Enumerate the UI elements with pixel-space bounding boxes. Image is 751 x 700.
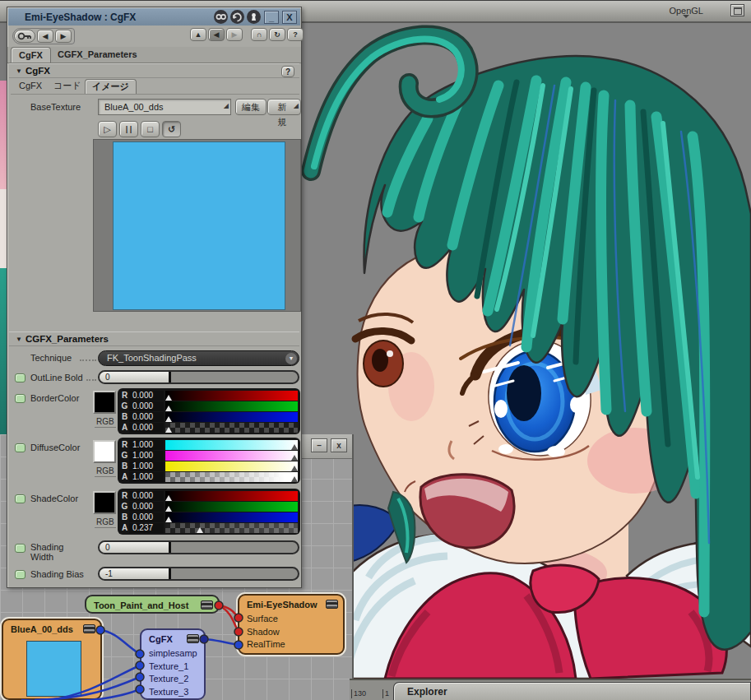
refresh-icon[interactable]: ↻ [269,28,285,41]
property-editor-toolbar: ◀ ▶ ▲ ◀ ▶ ∩ ↻ ? [7,25,301,47]
port-texture-1[interactable]: Texture_1 [141,661,204,674]
b-gradient-slider[interactable] [165,461,298,471]
a-gradient-slider[interactable] [165,472,298,482]
a-gradient-slider[interactable] [165,523,298,533]
r-gradient-slider[interactable] [165,440,298,450]
value-b[interactable]: 0.000 [129,412,164,422]
diffusecolor-label: DiffuseColor [30,443,80,452]
port-simplesamp[interactable]: simplesamp [141,647,204,661]
lock-key-button[interactable] [14,30,35,43]
stop-button[interactable]: □ [141,121,160,137]
technique-select[interactable]: FK_ToonShadingPass ▼ [98,350,299,366]
pause-button[interactable]: | | [119,121,138,137]
value-g[interactable]: 0.000 [129,502,164,512]
outline-bold-checkbox[interactable] [15,373,25,382]
g-gradient-slider[interactable] [165,451,298,461]
value-a[interactable]: 0.237 [129,523,164,533]
minimize-button[interactable]: _ [264,11,279,24]
subtab-cgfx[interactable]: CgFX [12,79,49,94]
g-gradient-slider[interactable] [165,502,298,512]
value-g[interactable]: 0.000 [129,401,164,411]
shading-width-checkbox[interactable] [15,544,25,553]
renderer-menu[interactable]: OpenGL [669,6,703,18]
section-help-button[interactable]: ? [281,66,294,77]
subtab-code[interactable]: コード [47,79,88,94]
property-editor-titlebar[interactable]: Emi-EyeShadow : CgFX _ X [8,8,300,25]
port-surface[interactable]: Surface [239,613,343,626]
texture-thumbnail [26,641,81,697]
value-a[interactable]: 0.000 [129,423,164,433]
value-r[interactable]: 0.000 [129,391,164,401]
port-texture-3[interactable]: Texture_3 [141,686,204,699]
value-a[interactable]: 1.000 [129,472,164,482]
up-arrow-button[interactable]: ▲ [190,28,206,41]
bordercolor-checkbox[interactable] [15,394,25,403]
value-b[interactable]: 1.000 [129,461,164,471]
shading-bias-checkbox[interactable] [15,570,25,579]
close-button[interactable]: x [331,438,347,452]
port-realtime[interactable]: RealTime [239,638,343,651]
refresh-preview-button[interactable]: ↺ [162,121,181,137]
diffusecolor-checkbox[interactable] [15,443,25,452]
r-gradient-slider[interactable] [165,391,298,401]
section-header-cgfx-parameters[interactable]: ▼ CGFX_Parameters [9,331,299,346]
menu-icon[interactable] [201,600,213,610]
tab-cgfx-parameters[interactable]: CGFX_Parameters [50,47,145,63]
rgb-mode-label[interactable]: RGB [95,517,116,528]
shadecolor-checkbox[interactable] [15,494,25,503]
minimize-button[interactable]: – [311,438,327,452]
help-button[interactable]: ? [287,28,304,41]
node-toon-paint-and-host[interactable]: Toon_Paint_and_Host [85,595,220,614]
texture-preview-image[interactable] [113,141,285,310]
menu-icon[interactable] [326,600,338,609]
forward-button[interactable]: ▶ [226,28,243,41]
value-r[interactable]: 1.000 [129,440,164,450]
collapse-icon: ▼ [16,67,22,75]
character-render [302,23,751,679]
value-g[interactable]: 1.000 [129,451,164,461]
bordercolor-channels: R0.000 G0.000 B0.000 A0.000 [118,388,300,434]
back-button[interactable]: ◀ [208,28,225,41]
r-gradient-slider[interactable] [165,491,298,501]
keyhole-lock-icon[interactable] [247,10,261,24]
next-button[interactable]: ▶ [55,30,72,43]
rgb-mode-label[interactable]: RGB [95,466,116,477]
close-button[interactable]: X [282,11,297,24]
b-gradient-slider[interactable] [165,512,298,522]
prev-button[interactable]: ◀ [37,30,53,43]
node-bluea-00-dds[interactable]: BlueA_00_dds [2,619,102,700]
outline-bold-slider[interactable]: 0 [98,370,299,384]
magnet-icon[interactable]: ∩ [251,28,267,41]
shading-width-slider[interactable]: 0 [98,540,299,554]
menu-icon[interactable] [187,634,199,643]
technique-label: Technique [30,353,72,363]
bordercolor-swatch[interactable] [93,391,116,414]
value-r[interactable]: 0.000 [129,491,164,501]
diffusecolor-swatch[interactable] [93,440,116,463]
basetexture-select[interactable]: BlueA_00_dds ◢ [98,99,231,115]
play-button[interactable]: ▷ [98,121,117,137]
menu-icon[interactable] [83,624,95,633]
glasses-icon[interactable] [214,10,228,24]
node-cgfx[interactable]: CgFX simplesamp Texture_1 Texture_2 Text… [140,628,206,700]
shading-bias-slider[interactable]: -1 [98,567,299,581]
g-gradient-slider[interactable] [165,401,298,411]
texture-preview-frame [93,139,301,312]
a-gradient-slider[interactable] [165,423,298,433]
viewport-maximize-icon[interactable] [730,4,744,16]
value-b[interactable]: 0.000 [129,512,164,522]
node-emi-eyeshadow[interactable]: Emi-EyeShadow Surface Shadow RealTime [238,594,345,655]
b-gradient-slider[interactable] [165,412,298,422]
explorer-panel[interactable]: Explorer [393,682,751,700]
edit-button[interactable]: 編集 [235,99,267,115]
recycle-icon[interactable] [230,10,244,24]
subtab-image[interactable]: イメージ [85,79,137,94]
corner-arrow-icon: ◢ [294,99,299,114]
new-button[interactable]: 新規 ◢ [267,99,301,115]
rgb-mode-label[interactable]: RGB [95,417,116,428]
port-texture-2[interactable]: Texture_2 [141,673,204,686]
port-shadow[interactable]: Shadow [239,626,343,639]
section-header-cgfx[interactable]: ▼ CgFX ? [9,63,299,78]
tab-cgfx[interactable]: CgFX [11,47,51,63]
shadecolor-swatch[interactable] [93,491,116,514]
